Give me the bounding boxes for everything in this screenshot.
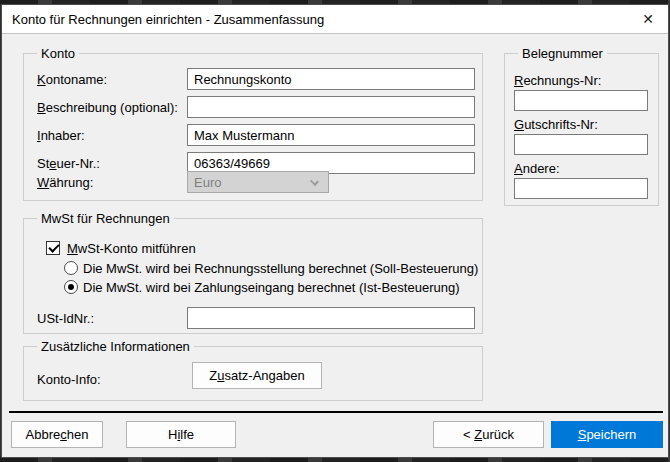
inhaber-input[interactable] [187,124,475,146]
inhaber-label: Inhaber: [37,128,85,143]
zusatz-group-legend: Zusätzliche Informationen [37,339,194,354]
hilfe-button[interactable]: Hilfe [126,421,236,448]
beschreibung-label: Beschreibung (optional): [37,100,178,115]
setup-invoice-account-dialog: Konto für Rechnungen einrichten - Zusamm… [1,4,669,458]
gutschrifts-nr-label: Gutschrifts-Nr: [514,117,598,132]
belegnummer-group-legend: Belegnummer [518,46,607,61]
soll-besteuerung-radio-label[interactable]: Die MwSt. wird bei Rechnungsstellung ber… [83,261,478,276]
currency-selected-value: Euro [194,175,221,190]
andere-label: Andere: [514,161,560,176]
ist-besteuerung-radio[interactable] [64,280,78,294]
ust-idnr-input[interactable] [187,307,475,329]
ist-besteuerung-radio-label[interactable]: Die MwSt. wird bei Zahlungseingang berec… [83,280,459,295]
footer-separator [9,411,663,413]
beschreibung-input[interactable] [187,96,475,118]
gutschrifts-nr-input[interactable] [514,134,648,155]
mwst-group: MwSt für Rechnungen MwSt-Konto mitführen… [23,218,483,334]
kontoname-input[interactable] [187,68,475,90]
konto-info-label: Konto-Info: [37,372,101,387]
speichern-button[interactable]: Speichern [551,421,663,448]
konto-group: Konto Kontoname: Beschreibung (optional)… [23,53,483,201]
waehrung-label: Währung: [37,175,93,190]
konto-group-legend: Konto [37,46,79,61]
mwst-group-legend: MwSt für Rechnungen [37,211,174,226]
andere-input[interactable] [514,178,648,199]
rechnungs-nr-label: Rechnungs-Nr: [514,73,601,88]
mwst-konto-checkbox-label[interactable]: MwSt-Konto mitführen [67,241,196,256]
zusatz-group: Zusätzliche Informationen Konto-Info: Zu… [23,346,483,401]
dialog-title: Konto für Rechnungen einrichten - Zusamm… [12,5,324,34]
currency-select: Euro [187,171,329,193]
titlebar: Konto für Rechnungen einrichten - Zusamm… [2,5,668,34]
chevron-down-icon [310,177,319,186]
mwst-konto-checkbox[interactable] [46,241,60,255]
kontoname-label: Kontoname: [37,72,107,87]
rechnungs-nr-input[interactable] [514,90,648,111]
belegnummer-group: Belegnummer Rechnungs-Nr: Gutschrifts-Nr… [504,53,659,206]
zurueck-button[interactable]: < Zurück [433,421,544,448]
close-icon[interactable]: ✕ [630,5,666,33]
steuer-nr-label: Steuer-Nr.: [37,156,100,171]
abbrechen-button[interactable]: Abbrechen [11,421,103,448]
zusatz-angaben-button[interactable]: Zusatz-Angaben [192,362,322,389]
ust-idnr-label: USt-IdNr.: [37,311,94,326]
soll-besteuerung-radio[interactable] [64,261,78,275]
